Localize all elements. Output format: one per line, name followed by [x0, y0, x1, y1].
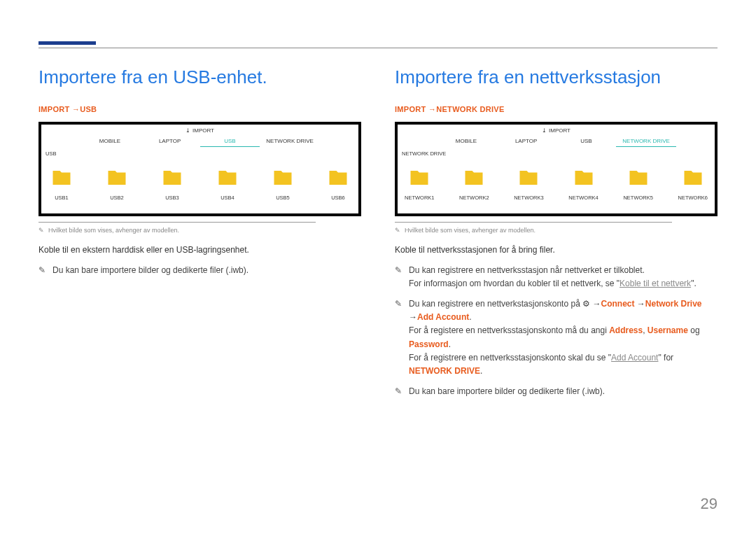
column-usb: Importere fra en USB-enhet. IMPORTUSB IM…	[38, 66, 361, 405]
column-network: Importere fra en nettverksstasjon IMPORT…	[395, 66, 718, 405]
b2-line3a: For å registrere en nettverksstasjonskon…	[409, 353, 611, 363]
folder-label: USB4	[214, 195, 241, 201]
folder-label: USB6	[325, 195, 351, 201]
path-connect: Connect	[601, 299, 634, 309]
and: og	[688, 325, 700, 335]
tab-laptop: LAPTOP	[140, 136, 200, 147]
folder: USB5	[270, 167, 296, 201]
folder: USB2	[104, 167, 130, 201]
period: .	[480, 366, 482, 376]
list-item: Du kan registrere en nettverksstasjon nå…	[395, 264, 718, 290]
screen-crumb: USB	[41, 147, 358, 160]
folder-icon	[625, 167, 652, 188]
folder-grid: NETWORK1 NETWORK2 NETWORK3 NETWORK4 NETW…	[398, 160, 715, 201]
b1-line1: Du kan registrere en nettverksstasjon nå…	[409, 265, 645, 275]
network-drive-label: NETWORK DRIVE	[409, 366, 480, 376]
link-connect-network[interactable]: Koble til et nettverk	[620, 279, 691, 288]
field-address: Address	[609, 325, 643, 335]
folder: USB4	[214, 167, 241, 201]
folder: NETWORK6	[678, 167, 708, 201]
comma: ,	[643, 325, 648, 335]
field-password: Password	[409, 339, 449, 349]
folder-label: NETWORK3	[514, 195, 544, 201]
folder: NETWORK3	[514, 167, 544, 201]
folder: USB1	[48, 167, 75, 201]
header-accent-bar	[38, 41, 96, 45]
gear-icon	[582, 299, 590, 309]
folder-icon	[270, 167, 296, 188]
folder: NETWORK1	[405, 167, 435, 201]
period: .	[449, 339, 451, 349]
body-network: Koble til nettverksstasjonen for å bring…	[395, 244, 718, 257]
folder: USB3	[159, 167, 186, 201]
link-add-account[interactable]: Add Account	[611, 353, 658, 363]
folder-icon	[680, 167, 706, 188]
b1-line2a: For informasjon om hvordan du kobler til…	[409, 279, 620, 288]
image-divider	[38, 222, 316, 223]
arrow-icon	[590, 299, 601, 309]
list-item: Du kan registrere en nettverkstasjonskon…	[395, 297, 718, 378]
folder-label: NETWORK5	[623, 195, 653, 201]
screen-title: IMPORT	[41, 125, 358, 136]
folder-icon	[515, 167, 542, 188]
arrow-icon	[409, 312, 417, 322]
folder-label: NETWORK4	[568, 195, 598, 201]
folder-icon	[48, 167, 75, 188]
folder: NETWORK5	[623, 167, 653, 201]
path-target: USB	[80, 105, 97, 113]
header-divider	[38, 48, 718, 48]
path-network-drive: Network Drive	[645, 299, 702, 309]
tab-usb: USB	[556, 136, 617, 147]
image-caption: Hvilket bilde som vises, avhenger av mod…	[395, 227, 718, 234]
breadcrumb-usb: IMPORTUSB	[38, 105, 361, 113]
folder-label: USB2	[104, 195, 130, 201]
folder-icon	[214, 167, 241, 188]
bullet-list-usb: Du kan bare importere bilder og dedikert…	[38, 264, 361, 277]
tab-mobile: MOBILE	[436, 136, 496, 147]
folder-label: NETWORK1	[405, 195, 435, 201]
path-target: NETWORK DRIVE	[436, 105, 504, 113]
folder-icon	[325, 167, 351, 188]
b2a: Du kan registrere en nettverkstasjonskon…	[409, 299, 582, 309]
list-item: Du kan bare importere bilder og dedikert…	[38, 264, 361, 277]
folder-icon	[570, 167, 597, 188]
b2-line2a: For å registere en nettverksstasjonskont…	[409, 325, 609, 335]
screen-crumb: NETWORK DRIVE	[398, 147, 715, 160]
folder: NETWORK2	[459, 167, 489, 201]
tab-laptop: LAPTOP	[496, 136, 556, 147]
arrow-icon	[70, 105, 80, 113]
arrow-icon	[634, 299, 645, 309]
tab-usb: USB	[200, 136, 260, 147]
body-usb: Koble til en ekstern harddisk eller en U…	[38, 244, 361, 257]
path-import: IMPORT	[395, 105, 426, 113]
screen-tabs: MOBILE LAPTOP USB NETWORK DRIVE	[398, 136, 715, 147]
image-caption: Hvilket bilde som vises, avhenger av mod…	[38, 227, 361, 234]
screenshot-usb: IMPORT MOBILE LAPTOP USB NETWORK DRIVE U…	[38, 122, 361, 216]
heading-network: Importere fra en nettverksstasjon	[395, 66, 718, 88]
field-username: Username	[648, 325, 688, 335]
folder-label: NETWORK6	[678, 195, 708, 201]
path-add-account: Add Account	[417, 312, 469, 322]
folder-grid: USB1 USB2 USB3 USB4 USB5 USB6	[41, 160, 358, 201]
folder: NETWORK4	[568, 167, 598, 201]
screenshot-network: IMPORT MOBILE LAPTOP USB NETWORK DRIVE N…	[395, 122, 718, 216]
bullet-text: Du kan bare importere bilder og dedikert…	[52, 265, 248, 275]
folder-label: USB3	[159, 195, 186, 201]
b2-line3b: " for	[658, 353, 673, 363]
folder-label: USB5	[270, 195, 296, 201]
tab-mobile: MOBILE	[80, 136, 140, 147]
screen-tabs: MOBILE LAPTOP USB NETWORK DRIVE	[41, 136, 358, 147]
b3: Du kan bare importere bilder og dedikert…	[409, 386, 605, 396]
folder-label: USB1	[48, 195, 75, 201]
bullet-list-network: Du kan registrere en nettverksstasjon nå…	[395, 264, 718, 399]
tab-network: NETWORK DRIVE	[616, 136, 676, 147]
folder-label: NETWORK2	[459, 195, 489, 201]
breadcrumb-network: IMPORTNETWORK DRIVE	[395, 105, 718, 113]
path-import: IMPORT	[38, 105, 70, 113]
folder-icon	[461, 167, 487, 188]
heading-usb: Importere fra en USB-enhet.	[38, 66, 361, 88]
folder: USB6	[325, 167, 351, 201]
folder-icon	[104, 167, 130, 188]
image-divider	[395, 222, 672, 223]
folder-icon	[159, 167, 186, 188]
